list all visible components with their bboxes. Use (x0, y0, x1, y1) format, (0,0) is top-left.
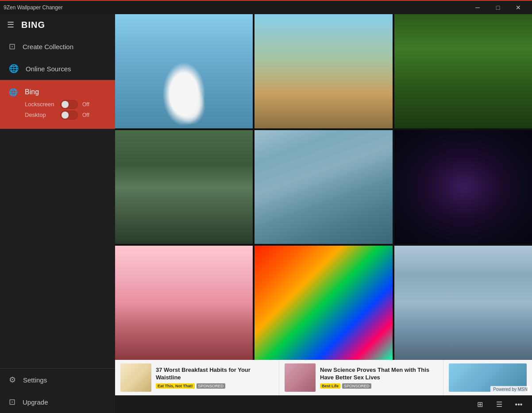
ad-image-1 (120, 363, 151, 392)
desktop-toggle[interactable] (60, 111, 78, 120)
grid-image-cherry[interactable] (115, 246, 253, 360)
settings-icon: ⚙ (9, 375, 16, 385)
ad-item-2[interactable]: New Science Proves That Men with This Ha… (279, 360, 443, 395)
bing-header: 🌐 Bing (9, 88, 106, 96)
desktop-state: Off (82, 112, 89, 118)
list-icon: ☰ (496, 400, 502, 409)
msn-text: Powered by MSN (493, 387, 528, 392)
sidebar-app-title: BING (21, 20, 45, 30)
list-button[interactable]: ☰ (491, 398, 507, 412)
ad-sponsor-2: SPONSORED (342, 383, 371, 389)
desktop-label: Desktop (25, 112, 56, 118)
pin-button[interactable]: ⊞ (472, 398, 488, 412)
lockscreen-label: Lockscreen (25, 101, 56, 108)
ad-item-1[interactable]: 37 Worst Breakfast Habits for Your Waist… (115, 360, 279, 395)
ad-source-name-2: Best Life (320, 383, 340, 389)
sidebar: ☰ BING ⊡ Create Collection 🌐 Online Sour… (0, 14, 115, 413)
desktop-toggle-row: Desktop Off (25, 111, 106, 120)
create-collection-icon: ⊡ (9, 42, 15, 51)
bottom-toolbar: ⊞ ☰ ••• (115, 395, 532, 413)
grid-image-glacier[interactable] (394, 246, 532, 360)
titlebar: 9Zen Wallpaper Changer ─ □ ✕ (0, 0, 532, 14)
sidebar-item-create-collection[interactable]: ⊡ Create Collection (0, 35, 115, 58)
grid-image-feathers[interactable] (254, 246, 392, 360)
create-collection-label: Create Collection (23, 43, 73, 50)
more-button[interactable]: ••• (511, 398, 527, 412)
window-controls: ─ □ ✕ (467, 0, 528, 15)
bing-icon: 🌐 (9, 88, 18, 96)
grid-image-space[interactable] (394, 130, 532, 244)
sidebar-header: ☰ BING (0, 14, 115, 35)
sidebar-item-bing[interactable]: 🌐 Bing Lockscreen Off Desktop Off (0, 80, 115, 129)
ad-title-1: 37 Worst Breakfast Habits for Your Waist… (156, 367, 274, 382)
ad-source-2: Best Life SPONSORED (320, 383, 438, 389)
online-sources-icon: 🌐 (9, 64, 19, 73)
grid-image-pelican[interactable] (115, 14, 253, 128)
lockscreen-toggle-row: Lockscreen Off (25, 100, 106, 109)
ad-sponsor-1: SPONSORED (197, 383, 226, 389)
titlebar-left: 9Zen Wallpaper Changer (4, 4, 63, 11)
lockscreen-state: Off (82, 101, 89, 108)
msn-badge: Powered by MSN (490, 386, 530, 393)
online-sources-label: Online Sources (26, 65, 71, 73)
lockscreen-toggle-knob (62, 101, 69, 108)
maximize-button[interactable]: □ (488, 0, 508, 15)
sidebar-bottom: ⚙ Settings ⊡ Upgrade (0, 368, 115, 413)
ad-text-2: New Science Proves That Men with This Ha… (320, 367, 438, 389)
app-layout: ☰ BING ⊡ Create Collection 🌐 Online Sour… (0, 14, 532, 413)
sidebar-item-online-sources[interactable]: 🌐 Online Sources (0, 58, 115, 80)
sidebar-item-settings[interactable]: ⚙ Settings (0, 369, 115, 391)
hamburger-icon[interactable]: ☰ (7, 20, 14, 30)
ad-text-1: 37 Worst Breakfast Habits for Your Waist… (156, 367, 274, 389)
grid-image-horses[interactable] (254, 14, 392, 128)
ad-banner: 37 Worst Breakfast Habits for Your Waist… (115, 360, 532, 395)
image-grid (115, 14, 532, 360)
desktop-toggle-knob (62, 112, 69, 119)
app-title-bar: 9Zen Wallpaper Changer (4, 4, 63, 11)
pin-icon: ⊞ (477, 400, 483, 409)
main-content: 37 Worst Breakfast Habits for Your Waist… (115, 14, 532, 413)
ad-source-name-1: Eat This, Not That! (156, 383, 195, 389)
ad-image-2 (285, 363, 316, 392)
minimize-button[interactable]: ─ (467, 0, 488, 15)
ad-title-2: New Science Proves That Men with This Ha… (320, 367, 438, 382)
grid-image-waterfall[interactable] (115, 130, 253, 244)
bing-title: Bing (25, 88, 39, 96)
grid-image-forest[interactable] (394, 14, 532, 128)
ad-item-3[interactable]: Powered by MSN (443, 360, 532, 395)
upgrade-label: Upgrade (23, 398, 48, 406)
settings-label: Settings (23, 376, 47, 384)
more-icon: ••• (515, 401, 523, 409)
ad-source-1: Eat This, Not That! SPONSORED (156, 383, 274, 389)
lockscreen-toggle[interactable] (60, 100, 78, 109)
sidebar-item-upgrade[interactable]: ⊡ Upgrade (0, 391, 115, 413)
grid-image-canyon[interactable] (254, 130, 392, 244)
close-button[interactable]: ✕ (508, 0, 528, 15)
upgrade-icon: ⊡ (9, 397, 15, 407)
